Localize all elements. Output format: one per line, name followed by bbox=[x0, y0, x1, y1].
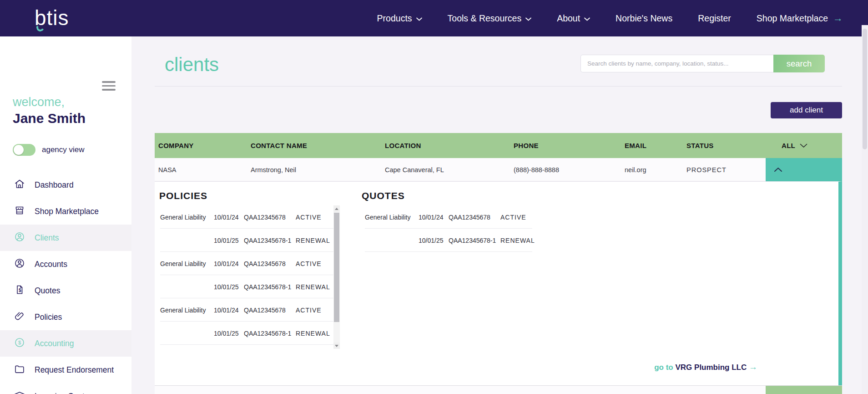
client-detail-panel: POLICIES General Liability 10/01/24 QAA1… bbox=[155, 181, 842, 385]
top-nav: btis Products Tools & Resources About bbox=[0, 0, 868, 36]
table-row: NASA Armstrong, Neil Cape Canaveral, FL … bbox=[155, 386, 842, 394]
col-header-phone: PHONE bbox=[514, 133, 539, 158]
dollar-circle-icon: $ bbox=[14, 337, 25, 350]
sidebar-item-request-endorsement[interactable]: Request Endorsement bbox=[0, 357, 131, 383]
client-search: search bbox=[580, 55, 825, 72]
folder-icon bbox=[14, 363, 25, 377]
email-cell: neil.org bbox=[625, 386, 646, 394]
page-scrollbar-thumb[interactable] bbox=[863, 29, 867, 149]
app-window: btis Products Tools & Resources About bbox=[0, 0, 868, 394]
agency-view-toggle[interactable] bbox=[13, 144, 35, 156]
agency-view-label: agency view bbox=[42, 145, 85, 154]
policies-section-title: POLICIES bbox=[159, 190, 207, 201]
sidebar-item-accounts[interactable]: Accounts bbox=[0, 251, 131, 277]
quote-document-icon: $ bbox=[14, 284, 25, 297]
nav-item-tools-resources[interactable]: Tools & Resources bbox=[448, 13, 532, 24]
graduation-cap-icon bbox=[14, 389, 25, 394]
add-client-button[interactable]: add client bbox=[771, 102, 842, 118]
sidebar-item-shop-marketplace[interactable]: Shop Marketplace bbox=[0, 198, 131, 225]
nav-item-shop-marketplace[interactable]: Shop Marketplace → bbox=[757, 12, 843, 24]
policy-status: RENEWAL bbox=[296, 229, 330, 252]
company-link[interactable]: NASA bbox=[158, 386, 177, 394]
main-content: clients search add client COMPANY CONTAC… bbox=[131, 36, 868, 394]
company-link[interactable]: NASA bbox=[158, 158, 177, 181]
toggle-knob bbox=[14, 145, 24, 155]
policy-row: 10/01/25 QAA12345678-1 RENEWAL bbox=[160, 322, 333, 345]
user-name: Jane Smith bbox=[13, 110, 86, 127]
nav-menu: Products Tools & Resources About Norbie'… bbox=[377, 0, 843, 36]
page-title: clients bbox=[165, 54, 219, 76]
status-badge: PROSPECT bbox=[686, 158, 727, 181]
policy-status: ACTIVE bbox=[296, 298, 322, 322]
sidebar-item-clients[interactable]: Clients bbox=[0, 225, 131, 251]
sidebar: welcome, Jane Smith agency view Dashboar… bbox=[0, 36, 131, 394]
scroll-up-arrow[interactable] bbox=[333, 205, 340, 212]
quote-status: ACTIVE bbox=[500, 205, 526, 229]
scroll-down-arrow[interactable] bbox=[333, 343, 340, 349]
location-cell: Cape Canaveral, FL bbox=[385, 386, 444, 394]
collapse-row-button[interactable] bbox=[766, 158, 842, 181]
hamburger-menu-icon[interactable] bbox=[102, 81, 116, 93]
chevron-down-icon bbox=[584, 16, 590, 21]
table-header-row: COMPANY CONTACT NAME LOCATION PHONE EMAI… bbox=[155, 133, 842, 158]
policies-list: General Liability 10/01/24 QAA12345678 A… bbox=[160, 205, 333, 345]
col-header-email: EMAIL bbox=[625, 133, 646, 158]
policy-row: 10/01/25 QAA12345678-1 RENEWAL bbox=[160, 275, 333, 298]
status-badge: RENEWAL bbox=[686, 386, 722, 394]
col-header-company: COMPANY bbox=[158, 133, 194, 158]
quotes-list: General Liability 10/01/24 QAA12345678 A… bbox=[365, 205, 532, 252]
col-header-status: STATUS bbox=[686, 133, 714, 158]
welcome-block: welcome, Jane Smith bbox=[13, 95, 86, 127]
phone-cell: (888)-888-8888 bbox=[514, 386, 559, 394]
quotes-section-title: QUOTES bbox=[362, 190, 405, 201]
quote-status: RENEWAL bbox=[500, 229, 535, 252]
phone-cell: (888)-888-8888 bbox=[514, 158, 559, 181]
table-row: NASA Armstrong, Neil Cape Canaveral, FL … bbox=[155, 158, 842, 181]
nav-item-about[interactable]: About bbox=[557, 13, 590, 24]
search-button[interactable]: search bbox=[773, 55, 825, 72]
search-input[interactable] bbox=[580, 55, 773, 72]
sidebar-menu: Dashboard Shop Marketplace Clients Accou… bbox=[0, 172, 131, 394]
contact-cell: Armstrong, Neil bbox=[251, 158, 296, 181]
chevron-up-icon bbox=[774, 166, 782, 174]
agency-view-row: agency view bbox=[13, 144, 85, 156]
sidebar-item-dashboard[interactable]: Dashboard bbox=[0, 172, 131, 198]
contact-cell: Armstrong, Neil bbox=[251, 386, 296, 394]
home-icon bbox=[14, 178, 25, 192]
policy-status: ACTIVE bbox=[296, 205, 322, 229]
policy-row: General Liability 10/01/24 QAA12345678 A… bbox=[160, 298, 333, 322]
paperclip-icon bbox=[14, 310, 25, 324]
sidebar-item-learning-center[interactable]: Learning Center bbox=[0, 383, 131, 394]
arrow-right-icon: → bbox=[833, 12, 843, 24]
person-circle-icon bbox=[14, 231, 25, 245]
chevron-down-icon bbox=[525, 16, 531, 21]
nav-item-norbies-news[interactable]: Norbie's News bbox=[616, 13, 672, 24]
sidebar-item-accounting[interactable]: $ Accounting bbox=[0, 330, 131, 357]
chevron-down-icon bbox=[800, 142, 807, 149]
chevron-down-icon bbox=[416, 16, 422, 21]
policy-row: General Liability 10/01/24 QAA12345678 A… bbox=[160, 252, 333, 275]
arrow-right-icon: → bbox=[749, 362, 757, 372]
sidebar-item-policies[interactable]: Policies bbox=[0, 304, 131, 330]
quote-row: 10/01/25 QAA12345678-1 RENEWAL bbox=[365, 229, 532, 252]
policies-scrollbar-thumb[interactable] bbox=[334, 213, 339, 322]
status-filter-dropdown[interactable]: ALL bbox=[766, 133, 842, 158]
policy-row: 10/01/25 QAA12345678-1 RENEWAL bbox=[160, 229, 333, 252]
policies-scrollbar[interactable] bbox=[333, 205, 340, 349]
policy-status: ACTIVE bbox=[296, 252, 322, 275]
col-header-location: LOCATION bbox=[385, 133, 421, 158]
email-cell: neil.org bbox=[625, 158, 646, 181]
location-cell: Cape Canaveral, FL bbox=[385, 158, 444, 181]
nav-item-register[interactable]: Register bbox=[698, 13, 731, 24]
nav-item-products[interactable]: Products bbox=[377, 13, 422, 24]
policy-status: RENEWAL bbox=[296, 275, 330, 298]
expand-row-button[interactable] bbox=[766, 386, 842, 394]
header-divider bbox=[155, 86, 842, 87]
storefront-icon bbox=[14, 205, 25, 218]
policy-status: RENEWAL bbox=[296, 322, 330, 345]
col-header-contact: CONTACT NAME bbox=[251, 133, 307, 158]
goto-client-link[interactable]: go to VRG Plumbing LLC → bbox=[654, 362, 757, 372]
svg-text:$: $ bbox=[18, 340, 21, 345]
sidebar-item-quotes[interactable]: $ Quotes bbox=[0, 277, 131, 304]
page-scrollbar[interactable] bbox=[862, 25, 868, 394]
